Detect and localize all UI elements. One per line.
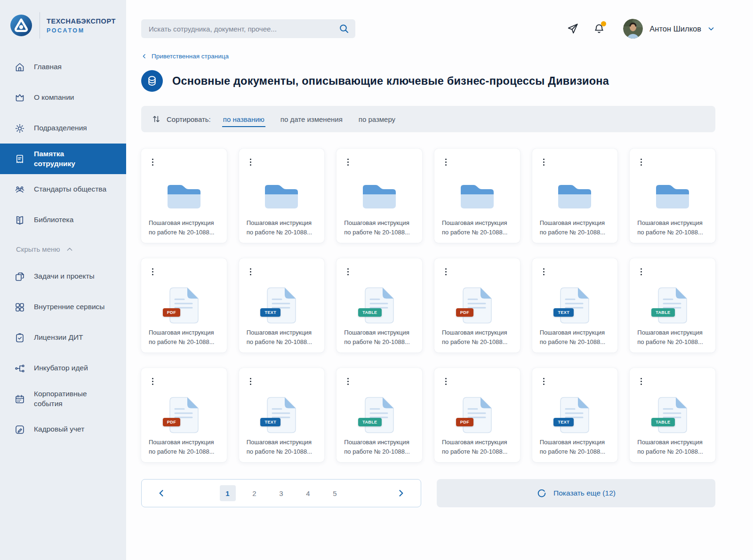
document-card[interactable]: TABLE Пошаговая инструкция по работе № 2…	[336, 258, 422, 352]
sidebar-item-dit-licenses[interactable]: Лицензии ДИТ	[0, 322, 126, 353]
search-input[interactable]	[141, 19, 355, 38]
document-card[interactable]: TABLE Пошаговая инструкция по работе № 2…	[336, 368, 422, 462]
kebab-menu-button[interactable]	[638, 156, 644, 168]
document-card[interactable]: TABLE Пошаговая инструкция по работе № 2…	[630, 258, 715, 352]
file-type-badge: TEXT	[260, 308, 280, 317]
user-name[interactable]: Антон Шилков	[649, 24, 701, 33]
document-card[interactable]: PDF Пошаговая инструкция по работе № 20-…	[141, 368, 227, 462]
kebab-menu-button[interactable]	[541, 376, 547, 387]
file-type-badge: TEXT	[553, 418, 574, 426]
kebab-menu-button[interactable]	[443, 266, 449, 278]
sidebar-item-employee-memo[interactable]: Памятка сотруднику	[0, 144, 126, 174]
sidebar-item-company[interactable]: О компании	[0, 82, 126, 113]
kebab-menu-button[interactable]	[541, 266, 547, 278]
sidebar-item-internal-services[interactable]: Внутренние сервисы	[0, 292, 126, 322]
notifications-button[interactable]	[593, 23, 605, 35]
folder-card[interactable]: Пошаговая инструкция по работе № 20-1088…	[532, 149, 618, 243]
document-card[interactable]: PDF Пошаговая инструкция по работе № 20-…	[434, 368, 520, 462]
folder-card[interactable]: Пошаговая инструкция по работе № 20-1088…	[630, 149, 715, 243]
chevron-right-icon	[396, 488, 406, 498]
kebab-menu-button[interactable]	[248, 266, 254, 278]
sort-arrows-icon	[152, 114, 161, 124]
brand-logo[interactable]: ТЕХСНАБЭКСПОРТ РОСАТОМ	[0, 0, 126, 39]
folder-card[interactable]: Пошаговая инструкция по работе № 20-1088…	[239, 149, 325, 243]
folder-card[interactable]: Пошаговая инструкция по работе № 20-1088…	[336, 149, 422, 243]
kebab-menu-button[interactable]	[150, 376, 156, 387]
sort-option[interactable]: по дате изменения	[280, 112, 344, 127]
kebab-menu-button[interactable]	[150, 156, 156, 168]
show-more-button[interactable]: Показать еще (12)	[437, 479, 715, 507]
kebab-menu-button[interactable]	[150, 266, 156, 278]
folder-icon	[336, 176, 422, 216]
sidebar-item-corporate-events[interactable]: Корпоративные события	[0, 384, 126, 414]
kebab-menu-button[interactable]	[638, 266, 644, 278]
network-icon	[14, 363, 25, 374]
document-card[interactable]: PDF Пошаговая инструкция по работе № 20-…	[434, 258, 520, 352]
file-type-badge: PDF	[456, 308, 473, 317]
brand-text: ТЕХСНАБЭКСПОРТ РОСАТОМ	[47, 17, 116, 34]
file-type-badge: PDF	[163, 418, 180, 426]
card-title: Пошаговая инструкция по работе № 20-1088…	[442, 218, 509, 237]
sidebar-item-departments[interactable]: Подразделения	[0, 113, 126, 144]
page-number[interactable]: 2	[247, 485, 263, 501]
sidebar-item-tasks[interactable]: Задачи и проекты	[0, 261, 126, 292]
kebab-menu-button[interactable]	[345, 156, 351, 168]
document-card[interactable]: TEXT Пошаговая инструкция по работе № 20…	[239, 258, 325, 352]
sort-option[interactable]: по размеру	[358, 112, 396, 127]
kebab-menu-button[interactable]	[541, 156, 547, 168]
avatar[interactable]	[623, 19, 643, 39]
sidebar-item-label: Стандарты общества	[34, 184, 106, 194]
brand-parent: РОСАТОМ	[47, 27, 116, 34]
kebab-menu-button[interactable]	[248, 376, 254, 387]
memo-icon	[14, 153, 25, 165]
file-type-badge: PDF	[163, 308, 180, 317]
document-card[interactable]: TEXT Пошаговая инструкция по работе № 20…	[532, 368, 618, 462]
folder-card[interactable]: Пошаговая инструкция по работе № 20-1088…	[434, 149, 520, 243]
page-header: Основные документы, описывающие ключевые…	[141, 70, 715, 92]
sidebar-item-hr-records[interactable]: Кадровый учет	[0, 414, 126, 445]
top-bar: Антон Шилков	[141, 0, 715, 39]
people-icon	[14, 184, 25, 195]
hide-menu-button[interactable]: Скрыть меню	[13, 245, 76, 254]
page-number[interactable]: 5	[327, 485, 343, 501]
rosatom-logo-icon	[9, 14, 33, 37]
file-type-badge: TABLE	[651, 308, 674, 317]
page-number[interactable]: 3	[273, 485, 289, 501]
kebab-menu-button[interactable]	[345, 266, 351, 278]
kebab-menu-button[interactable]	[638, 376, 644, 387]
document-card[interactable]: PDF Пошаговая инструкция по работе № 20-…	[141, 258, 227, 352]
document-card[interactable]: TABLE Пошаговая инструкция по работе № 2…	[630, 368, 715, 462]
gear-icon	[14, 123, 25, 134]
folder-card[interactable]: Пошаговая инструкция по работе № 20-1088…	[141, 149, 227, 243]
database-icon	[141, 70, 163, 92]
kebab-menu-button[interactable]	[345, 376, 351, 387]
kebab-menu-button[interactable]	[443, 376, 449, 387]
bell-icon	[593, 29, 605, 36]
document-card[interactable]: TEXT Пошаговая инструкция по работе № 20…	[532, 258, 618, 352]
sort-bar: Сортировать: по названиюпо дате изменени…	[141, 106, 715, 132]
sort-option[interactable]: по названию	[222, 112, 265, 127]
sidebar-item-home[interactable]: Главная	[0, 52, 126, 82]
chevron-left-icon	[141, 53, 147, 59]
kebab-menu-button[interactable]	[443, 156, 449, 168]
page-number[interactable]: 4	[300, 485, 316, 501]
document-card[interactable]: TEXT Пошаговая инструкция по работе № 20…	[239, 368, 325, 462]
folder-icon	[434, 176, 520, 216]
send-button[interactable]	[567, 23, 579, 35]
kebab-menu-button[interactable]	[248, 156, 254, 168]
chevron-down-icon[interactable]	[707, 24, 715, 33]
document-icon: TEXT	[239, 395, 325, 435]
page-number[interactable]: 1	[220, 485, 236, 501]
file-type-badge: TEXT	[260, 418, 280, 426]
breadcrumb[interactable]: Приветственная страница	[141, 53, 229, 60]
breadcrumb-label: Приветственная страница	[152, 53, 229, 60]
sidebar: ТЕХСНАБЭКСПОРТ РОСАТОМ Главная О компани…	[0, 0, 126, 560]
page-title: Основные документы, описывающие ключевые…	[172, 75, 609, 88]
prev-page-button[interactable]	[154, 486, 169, 501]
sidebar-item-standards[interactable]: Стандарты общества	[0, 174, 126, 205]
next-page-button[interactable]	[393, 486, 409, 501]
sidebar-item-library[interactable]: Библиотека	[0, 205, 126, 235]
search-icon[interactable]	[338, 23, 350, 34]
sidebar-item-idea-incubator[interactable]: Инкубатор идей	[0, 353, 126, 384]
folder-icon	[532, 176, 618, 216]
